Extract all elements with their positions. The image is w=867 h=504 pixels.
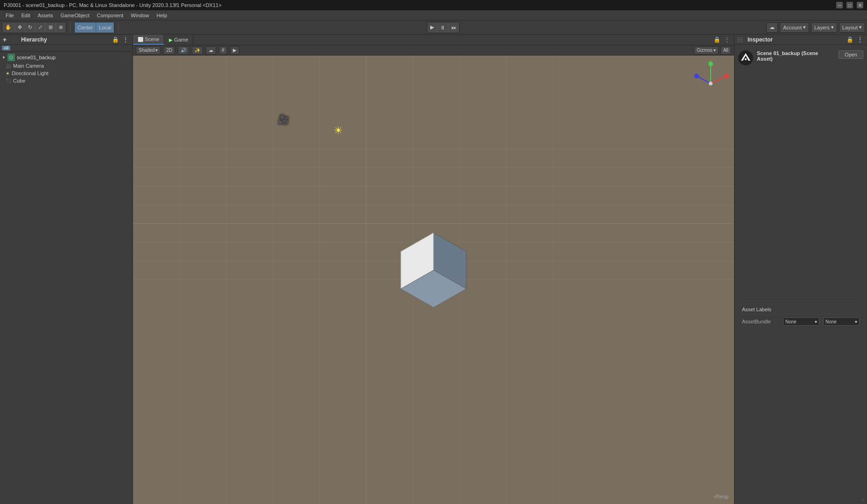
audio-button[interactable]: 🔊 <box>178 46 189 55</box>
render-mode-dropdown[interactable]: Shaded ▾ <box>136 46 161 55</box>
local-button[interactable]: Local <box>96 22 114 33</box>
asset-labels-section: Asset Labels AssetBundle None ▾ None ▾ ⊿ <box>738 301 863 331</box>
gizmo-svg: x Y z <box>692 60 729 93</box>
main-layout: + ⋮ Hierarchy 🔒 ⋮ All ▼ ⬡ scene01_backup… <box>0 35 867 504</box>
pause-button[interactable]: ⏸ <box>437 22 448 33</box>
gizmo-widget: x Y z <box>692 60 729 93</box>
svg-text:z: z <box>695 74 697 79</box>
hierarchy-search-bar: All <box>0 45 133 52</box>
scene-cube <box>387 228 480 322</box>
hierarchy-item-light[interactable]: ☀ Directional Light <box>0 70 133 77</box>
svg-point-32 <box>745 58 747 60</box>
hierarchy-add-button[interactable]: + <box>3 36 7 43</box>
hierarchy-title: Hierarchy <box>21 36 47 43</box>
hierarchy-header: + ⋮ Hierarchy 🔒 ⋮ <box>0 35 133 45</box>
center-button[interactable]: Center <box>75 22 96 33</box>
inspector-panel: ⊟ Inspector 🔒 ⋮ Scene 01_backup <box>734 35 867 504</box>
hierarchy-lock-icon[interactable]: 🔒 <box>111 35 119 44</box>
hierarchy-header-icons: 🔒 ⋮ <box>111 35 130 44</box>
hierarchy-more-icon[interactable]: ⋮ <box>121 35 130 44</box>
inspector-asset-details: Scene 01_backup (Scene Asset) <box>757 50 835 62</box>
unity-logo-icon <box>738 50 753 65</box>
anim-button[interactable]: ▶ <box>230 46 239 55</box>
window-title: PJ0001 - scene01_backup - PC, Mac & Linu… <box>4 2 222 8</box>
scale-tool-button[interactable]: ⤢ <box>35 22 46 33</box>
hierarchy-item-camera[interactable]: 🎥 Main Camera <box>0 62 133 70</box>
scene-icon: ⬡ <box>7 54 15 61</box>
move-tool-button[interactable]: ✥ <box>15 22 25 33</box>
light-gizmo-icon: ☀ <box>334 125 343 136</box>
toolbar-sep-1 <box>70 23 70 32</box>
persp-label: <Persp <box>713 494 728 499</box>
menu-file[interactable]: File <box>2 12 18 19</box>
all-dropdown[interactable]: All <box>720 46 731 55</box>
main-camera-label: Main Camera <box>13 63 44 69</box>
svg-text:x: x <box>726 74 728 79</box>
scene-game-tabs: ⬜ Scene ▶ Game 🔒 ⋮ <box>133 35 734 45</box>
camera-icon: 🎥 <box>6 63 11 69</box>
asset-bundle-row: AssetBundle None ▾ None ▾ <box>742 317 860 326</box>
scene-more-icon[interactable]: ⋮ <box>126 55 131 61</box>
fx-button[interactable]: ✨ <box>192 46 203 55</box>
scene-header-right: 🔒 ⋮ <box>710 35 734 45</box>
gizmos-dropdown[interactable]: Gizmos ▾ <box>694 46 719 55</box>
svg-line-22 <box>711 77 726 84</box>
toolbar-right: ☁ Account ▾ Layers ▾ Layout ▾ <box>766 22 865 33</box>
title-bar: PJ0001 - scene01_backup - PC, Mac & Linu… <box>0 0 867 10</box>
scene-view[interactable]: 🎥 ☀ <box>133 56 734 504</box>
2d-button[interactable]: 2D <box>163 46 175 55</box>
maximize-button[interactable]: □ <box>846 2 853 8</box>
asset-variant-dropdown[interactable]: None ▾ <box>823 317 860 326</box>
all-tag[interactable]: All <box>2 46 10 50</box>
unity-logo-svg <box>740 52 751 63</box>
close-button[interactable]: ✕ <box>857 2 863 8</box>
hierarchy-item-cube[interactable]: ⬛ Cube <box>0 77 133 84</box>
rotate-tool-button[interactable]: ↻ <box>25 22 35 33</box>
light-gizmo: ☀ <box>334 125 343 137</box>
inspector-content: Scene 01_backup (Scene Asset) Open Asset… <box>734 45 867 504</box>
menu-component[interactable]: Component <box>93 12 127 19</box>
svg-text:Y: Y <box>709 60 712 64</box>
collab-button[interactable]: ☁ <box>766 22 778 33</box>
step-button[interactable]: ⏭ <box>448 22 459 33</box>
game-tab-label: Game <box>174 37 188 42</box>
inspector-empty-space <box>738 67 863 301</box>
rect-tool-button[interactable]: ⊞ <box>46 22 56 33</box>
transform-tool-button[interactable]: ⊕ <box>56 22 66 33</box>
scene-lock-icon[interactable]: 🔒 <box>713 35 721 44</box>
grid-button[interactable]: # <box>219 46 227 55</box>
menu-help[interactable]: Help <box>153 12 171 19</box>
tab-game[interactable]: ▶ Game <box>164 35 193 45</box>
layout-button[interactable]: Layout ▾ <box>839 22 865 33</box>
inspector-open-button[interactable]: Open <box>839 50 863 59</box>
fold-arrow-scene: ▼ <box>2 56 6 60</box>
asset-bundle-dropdown[interactable]: None ▾ <box>783 317 819 326</box>
hand-tool-button[interactable]: ✋ <box>2 22 15 33</box>
camera-gizmo: 🎥 <box>278 114 289 125</box>
cube-label: Cube <box>13 78 25 84</box>
tab-scene[interactable]: ⬜ Scene <box>133 35 164 45</box>
menu-assets[interactable]: Assets <box>34 12 57 19</box>
scene-canvas: 🎥 ☀ <box>133 56 734 504</box>
resize-corner-icon[interactable]: ⊿ <box>860 496 865 502</box>
cube-svg <box>387 228 480 321</box>
inspector-more-icon[interactable]: ⋮ <box>856 35 864 44</box>
hierarchy-scene-root[interactable]: ▼ ⬡ scene01_backup ⋮ <box>0 53 133 62</box>
scene-more-icon[interactable]: ⋮ <box>723 35 731 44</box>
toolbar-sep-2 <box>118 23 119 32</box>
inspector-title: Inspector <box>748 36 773 43</box>
play-button[interactable]: ▶ <box>427 22 437 33</box>
menu-gameobject[interactable]: GameObject <box>57 12 93 19</box>
menu-window[interactable]: Window <box>127 12 153 19</box>
menu-edit[interactable]: Edit <box>18 12 34 19</box>
svg-line-24 <box>698 77 711 84</box>
account-button[interactable]: Account ▾ <box>780 22 809 33</box>
minimize-button[interactable]: ─ <box>836 2 843 8</box>
skybox-button[interactable]: ☁ <box>206 46 216 55</box>
directional-light-label: Directional Light <box>12 70 49 76</box>
asset-labels-title: Asset Labels <box>742 305 860 315</box>
scene-name: scene01_backup <box>17 55 56 60</box>
layers-button[interactable]: Layers ▾ <box>811 22 837 33</box>
inspector-lock-icon[interactable]: 🔒 <box>846 35 854 44</box>
asset-bundle-label: AssetBundle <box>742 319 779 324</box>
